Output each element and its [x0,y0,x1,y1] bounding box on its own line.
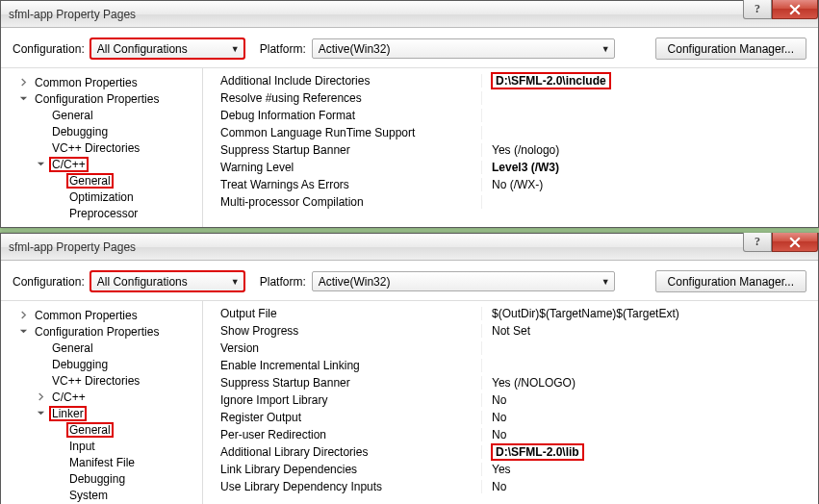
tree-item[interactable]: Linker [5,405,198,421]
tree-collapse-icon[interactable] [18,326,29,337]
property-value: Not Set [482,324,818,338]
configuration-dropdown[interactable]: All Configurations ▼ [90,38,244,59]
tree-item-label: Input [67,440,97,453]
property-value: No [482,428,818,441]
tree-expand-icon[interactable] [18,310,29,320]
tree-item[interactable]: VC++ Directories [5,372,198,389]
property-row[interactable]: Debug Information Format [203,107,818,124]
tree-item[interactable]: General [5,107,198,123]
tree-item[interactable]: General [5,340,198,356]
property-name: Treat Warnings As Errors [203,178,482,191]
tree-expand-icon[interactable] [18,77,29,88]
property-row[interactable]: Show Progress Not Set [203,322,818,340]
tree-item[interactable]: Debugging [5,123,198,139]
property-value: Yes (/NOLOGO) [482,376,818,390]
titlebar: sfml-app Property Pages ? [1,234,818,261]
window-title: sfml-app Property Pages [9,240,136,254]
tree-item[interactable]: Debugging [5,470,198,487]
tree-item-label: General [50,341,95,355]
configuration-manager-button[interactable]: Configuration Manager... [655,38,806,60]
tree-item[interactable]: Configuration Properties [5,90,198,107]
property-name: Register Output [203,411,482,424]
property-name: Link Library Dependencies [203,463,482,476]
property-value: Level3 (/W3) [482,161,818,174]
property-row[interactable]: Treat Warnings As Errors No (/WX-) [203,176,818,193]
property-name: Version [203,341,482,355]
platform-dropdown[interactable]: Active(Win32) ▼ [312,271,615,291]
property-row[interactable]: Link Library Dependencies Yes [203,461,818,478]
tree-item[interactable]: Debugging [5,356,198,372]
tree-item[interactable]: General [5,172,198,189]
close-button[interactable] [772,233,818,252]
property-row[interactable]: Common Language RunTime Support [203,124,818,141]
tree-item[interactable]: General [5,421,198,438]
config-toolbar: Configuration: All Configurations ▼ Plat… [1,28,818,68]
tree-item-label: Debugging [67,472,127,486]
property-row[interactable]: Additional Include Directories D:\SFML-2… [203,72,818,89]
tree-item-label: VC++ Directories [50,374,141,388]
tree-collapse-icon[interactable] [36,408,46,418]
property-row[interactable]: Output File $(OutDir)$(TargetName)$(Targ… [203,305,818,322]
tree-item[interactable]: Configuration Properties [5,323,198,340]
property-row[interactable]: Ignore Import Library No [203,391,818,409]
tree-item-label: Debugging [50,358,110,371]
property-row[interactable]: Multi-processor Compilation [203,193,818,211]
config-toolbar: Configuration: All Configurations ▼ Plat… [1,261,818,301]
tree-item-label: Optimization [67,190,136,204]
tree-collapse-icon[interactable] [18,93,29,104]
tree-item[interactable]: C/C++ [5,389,198,405]
platform-label: Platform: [260,275,306,289]
tree-item-label: C/C++ [50,158,88,171]
tree-item-label: Common Properties [33,309,140,322]
tree-item-label: C/C++ [50,391,88,404]
property-name: Debug Information Format [203,109,482,122]
tree-item-label: System [67,489,110,502]
property-row[interactable]: Enable Incremental Linking [203,357,818,374]
platform-label: Platform: [260,42,306,56]
property-name: Enable Incremental Linking [203,359,482,372]
close-button[interactable] [772,0,818,19]
tree-item[interactable]: VC++ Directories [5,139,198,156]
tree-item-label: Manifest File [67,456,137,469]
property-row[interactable]: Register Output No [203,409,818,426]
property-row[interactable]: Warning Level Level3 (/W3) [203,159,818,176]
property-value: No [482,393,818,407]
help-button[interactable]: ? [743,0,772,19]
tree-item-label: Preprocessor [67,207,140,220]
property-value: No [482,480,818,493]
configuration-manager-button[interactable]: Configuration Manager... [655,270,806,292]
configuration-dropdown[interactable]: All Configurations ▼ [90,271,244,291]
tree-item[interactable]: Common Properties [5,74,198,90]
tree-item-label: Debugging [50,125,110,139]
tree-item[interactable]: C/C++ [5,156,198,172]
platform-value: Active(Win32) [319,42,391,56]
property-row[interactable]: Suppress Startup Banner Yes (/NOLOGO) [203,374,818,391]
property-name: Resolve #using References [203,91,482,105]
titlebar: sfml-app Property Pages ? [1,1,818,28]
property-value: No [482,411,818,424]
window-title: sfml-app Property Pages [9,8,136,21]
chevron-down-icon: ▼ [231,44,240,54]
property-row[interactable]: Suppress Startup Banner Yes (/nologo) [203,141,818,159]
property-row[interactable]: Version [203,340,818,357]
property-value: $(OutDir)$(TargetName)$(TargetExt) [482,307,818,320]
tree-expand-icon[interactable] [36,391,46,402]
tree-item[interactable]: System [5,487,198,503]
help-button[interactable]: ? [743,233,772,252]
tree-item[interactable]: Preprocessor [5,205,198,221]
property-value: Yes [482,463,818,476]
property-row[interactable]: Per-user Redirection No [203,426,818,443]
chevron-down-icon: ▼ [231,277,240,287]
property-row[interactable]: Use Library Dependency Inputs No [203,478,818,495]
tree-collapse-icon[interactable] [36,159,46,169]
dialog-body: Common Properties Configuration Properti… [1,68,818,227]
property-value: D:\SFML-2.0\lib [492,444,583,460]
tree-item-label: General [67,174,113,188]
tree-item[interactable]: Optimization [5,189,198,205]
tree-item[interactable]: Common Properties [5,307,198,323]
platform-dropdown[interactable]: Active(Win32) ▼ [312,38,615,59]
property-row[interactable]: Resolve #using References [203,89,818,107]
tree-item[interactable]: Input [5,438,198,454]
tree-item[interactable]: Manifest File [5,454,198,470]
property-row[interactable]: Additional Library Directories D:\SFML-2… [203,443,818,461]
